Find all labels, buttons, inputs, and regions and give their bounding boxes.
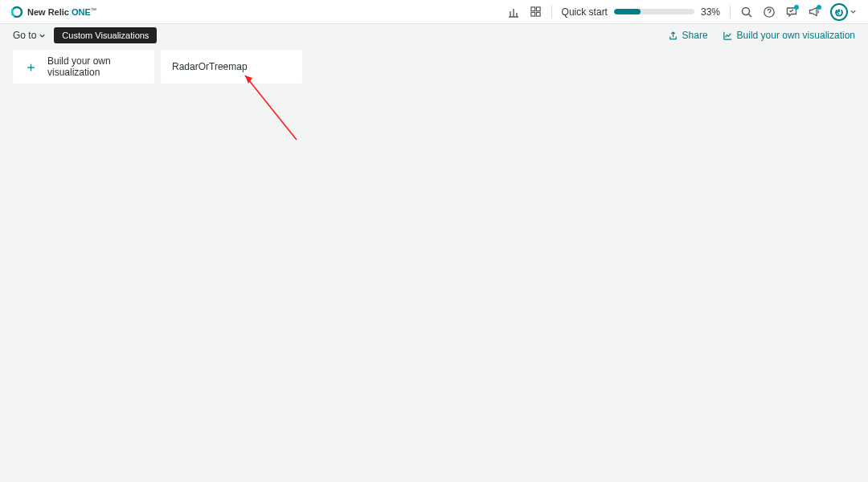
avatar-icon <box>830 3 848 21</box>
separator <box>551 6 552 18</box>
chart-line-icon <box>723 31 733 41</box>
goto-dropdown[interactable]: Go to <box>13 30 46 41</box>
svg-rect-3 <box>536 7 540 11</box>
build-viz-link[interactable]: Build your own visualization <box>723 30 855 41</box>
feedback-icon[interactable] <box>785 6 798 18</box>
share-icon <box>668 31 678 41</box>
chevron-down-icon <box>850 8 857 15</box>
quickstart-label: Quick start <box>562 6 608 18</box>
quickstart-pct: 33% <box>701 6 720 18</box>
search-icon[interactable] <box>740 6 753 18</box>
progress-bar <box>614 9 694 14</box>
chart-icon[interactable] <box>507 6 520 18</box>
page-title-tag: Custom Visualizations <box>54 27 157 43</box>
plus-icon: ＋ <box>24 58 38 76</box>
brand-text: New Relic ONE™ <box>27 7 96 17</box>
chevron-down-icon <box>39 32 46 39</box>
apps-grid-icon[interactable] <box>530 6 542 18</box>
svg-rect-4 <box>530 12 534 16</box>
announce-icon[interactable] <box>808 6 821 18</box>
account-menu[interactable] <box>830 3 857 21</box>
card-label: Build your own visualization <box>47 55 143 78</box>
logo-icon <box>11 6 23 18</box>
help-icon[interactable] <box>763 6 776 18</box>
card-label: RadarOrTreemap <box>172 61 248 72</box>
quickstart-progress[interactable]: Quick start 33% <box>562 6 720 18</box>
share-link[interactable]: Share <box>668 30 708 41</box>
brand-logo[interactable]: New Relic ONE™ <box>11 6 96 18</box>
svg-rect-5 <box>536 12 540 16</box>
build-viz-card[interactable]: ＋ Build your own visualization <box>13 50 154 84</box>
svg-rect-2 <box>530 7 534 11</box>
separator <box>730 6 731 18</box>
radar-treemap-card[interactable]: RadarOrTreemap <box>161 50 302 84</box>
svg-point-6 <box>743 7 750 14</box>
